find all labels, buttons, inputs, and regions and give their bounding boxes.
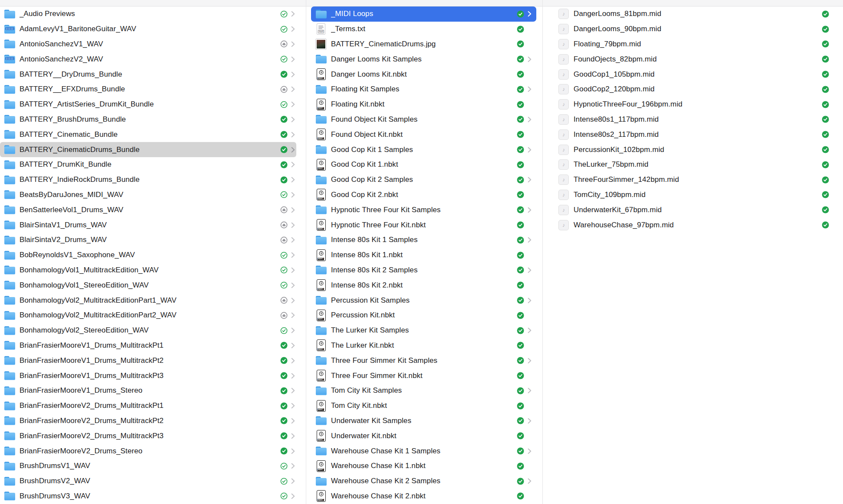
file-name: _MIDI Loops bbox=[331, 10, 513, 18]
file-row[interactable]: NBKTGood Cop Kit 1.nbkt bbox=[311, 157, 536, 172]
file-row[interactable]: TXT_Terms.txt bbox=[311, 22, 536, 37]
finder-column-preview[interactable]: ♪DangerLooms_81bpm.mid♪DangerLooms_90bpm… bbox=[542, 6, 843, 504]
downloaded-status-icon bbox=[517, 236, 524, 244]
folder-row[interactable]: BenSatterleeVol1_Drums_WAV bbox=[0, 202, 296, 217]
folder-icon bbox=[3, 37, 16, 51]
folder-row[interactable]: BobReynoldsV1_Saxophone_WAV bbox=[0, 248, 296, 263]
nbkt-file-icon: NBKT bbox=[315, 128, 327, 142]
finder-column-current[interactable]: _MIDI LoopsTXT_Terms.txtBATTERY_Cinemati… bbox=[306, 6, 542, 504]
folder-row[interactable]: BrianFrasierMooreV1_Drums_MultitrackPt1 bbox=[0, 338, 296, 353]
folder-row[interactable]: BlairSintaV2_Drums_WAV bbox=[0, 233, 296, 248]
folder-row[interactable]: Found Object Kit Samples bbox=[311, 112, 536, 127]
folder-icon bbox=[3, 113, 16, 126]
file-row[interactable]: ♪Intense80s1_117bpm.mid bbox=[542, 112, 843, 127]
file-row[interactable]: NBKTIntense 80s Kit 1.nbkt bbox=[311, 248, 536, 263]
file-row[interactable]: ♪TomCity_109bpm.mid bbox=[542, 187, 843, 203]
file-row[interactable]: ♪ThreeFourSimmer_142bpm.mid bbox=[542, 172, 843, 187]
folder-row[interactable]: The Lurker Kit Samples bbox=[311, 323, 536, 338]
file-row[interactable]: BATTERY_CinematicDrums.jpg bbox=[311, 37, 536, 52]
folder-row[interactable]: Three Four Simmer Kit Samples bbox=[311, 353, 536, 368]
folder-row[interactable]: BrianFrasierMooreV2_Drums_MultitrackPt2 bbox=[0, 414, 296, 429]
folder-row[interactable]: BATTERY__EFXDrums_Bundle bbox=[0, 82, 296, 97]
file-row[interactable]: ♪WarehouseChase_97bpm.mid bbox=[542, 217, 843, 233]
folder-row[interactable]: BATTERY_ArtistSeries_DrumKit_Bundle bbox=[0, 97, 296, 112]
file-row[interactable]: NBKTFloating Kit.nbkt bbox=[311, 97, 536, 112]
folder-row[interactable]: BrianFrasierMooreV1_Drums_MultitrackPt2 bbox=[0, 353, 296, 368]
chevron-right-icon bbox=[527, 56, 532, 63]
folder-row[interactable]: BrianFrasierMooreV2_Drums_Stereo bbox=[0, 443, 296, 459]
file-row[interactable]: ♪DangerLooms_90bpm.mid bbox=[542, 22, 843, 37]
file-row[interactable]: NBKTDanger Looms Kit.nbkt bbox=[311, 67, 536, 82]
folder-row[interactable]: BonhamologyVol2_MultitrackEditionPart2_W… bbox=[0, 308, 296, 323]
file-name: BonhamologyVol1_MultitrackEdition_WAV bbox=[19, 266, 277, 275]
folder-row[interactable]: Intense 80s Kit 2 Samples bbox=[311, 263, 536, 278]
finder-column-parent[interactable]: _Audio Previews AdamLevyV1_BaritoneGuita… bbox=[0, 6, 306, 504]
file-row[interactable]: NBKTHypnotic Three Four Kit.nbkt bbox=[311, 217, 536, 233]
file-row[interactable]: ♪DangerLooms_81bpm.mid bbox=[542, 6, 843, 22]
folder-row[interactable]: AntonioSanchezV2_WAV bbox=[0, 52, 296, 67]
file-name: Underwater Kit.nbkt bbox=[331, 432, 513, 440]
folder-row[interactable]: BrianFrasierMooreV1_Drums_Stereo bbox=[0, 383, 296, 398]
file-row[interactable]: NBKTPercussion Kit.nbkt bbox=[311, 308, 536, 323]
downloaded-status-icon bbox=[280, 387, 288, 394]
file-row[interactable]: ♪Intense80s2_117bpm.mid bbox=[542, 127, 843, 142]
file-row[interactable]: ♪HypnoticThreeFour_196bpm.mid bbox=[542, 97, 843, 112]
folder-row[interactable]: _MIDI Loops bbox=[311, 6, 536, 22]
file-row[interactable]: ♪GoodCop2_120bpm.mid bbox=[542, 82, 843, 97]
chevron-right-icon bbox=[527, 86, 532, 93]
folder-row[interactable]: Intense 80s Kit 1 Samples bbox=[311, 233, 536, 248]
folder-row[interactable]: BATTERY_BrushDrums_Bundle bbox=[0, 112, 296, 127]
folder-row[interactable]: Warehouse Chase Kit 1 Samples bbox=[311, 443, 536, 459]
folder-row[interactable]: BrianFrasierMooreV2_Drums_MultitrackPt1 bbox=[0, 398, 296, 414]
file-row[interactable]: ♪TheLurker_75bpm.mid bbox=[542, 157, 843, 172]
folder-row[interactable]: Danger Looms Kit Samples bbox=[311, 52, 536, 67]
folder-row[interactable]: Percussion Kit Samples bbox=[311, 293, 536, 308]
folder-row[interactable]: BlairSintaV1_Drums_WAV bbox=[0, 217, 296, 233]
folder-row[interactable]: BrianFrasierMooreV1_Drums_MultitrackPt3 bbox=[0, 368, 296, 383]
folder-row[interactable]: BonhamologyVol2_StereoEdition_WAV bbox=[0, 323, 296, 338]
folder-row[interactable]: Good Cop Kit 1 Samples bbox=[311, 142, 536, 157]
folder-row[interactable]: BATTERY_IndieRockDrums_Bundle bbox=[0, 172, 296, 187]
file-row[interactable]: NBKTUnderwater Kit.nbkt bbox=[311, 428, 536, 443]
folder-row[interactable]: Warehouse Chase Kit 2 Samples bbox=[311, 474, 536, 489]
folder-row[interactable]: BATTERY__DryDrums_Bundle bbox=[0, 67, 296, 82]
downloaded-status-icon bbox=[517, 266, 524, 274]
file-row[interactable]: NBKTGood Cop Kit 2.nbkt bbox=[311, 187, 536, 203]
online-only-status-icon bbox=[280, 297, 288, 304]
folder-row[interactable]: BrushDrumsV1_WAV bbox=[0, 459, 296, 474]
folder-row[interactable]: Hypnotic Three Four Kit Samples bbox=[311, 202, 536, 217]
file-row[interactable]: NBKTTom City Kit.nbkt bbox=[311, 398, 536, 414]
folder-row[interactable]: BonhamologyVol1_StereoEdition_WAV bbox=[0, 278, 296, 293]
folder-row[interactable]: Tom City Kit Samples bbox=[311, 383, 536, 398]
folder-row[interactable]: BonhamologyVol1_MultitrackEdition_WAV bbox=[0, 263, 296, 278]
folder-row[interactable]: BrushDrumsV2_WAV bbox=[0, 474, 296, 489]
chevron-right-icon bbox=[290, 462, 295, 469]
file-row[interactable]: NBKTWarehouse Chase Kit 1.nbkt bbox=[311, 459, 536, 474]
file-row[interactable]: ♪FoundOjects_82bpm.mid bbox=[542, 52, 843, 67]
folder-row[interactable]: Underwater Kit Samples bbox=[311, 414, 536, 429]
folder-row[interactable]: AdamLevyV1_BaritoneGuitar_WAV bbox=[0, 22, 296, 37]
file-row[interactable]: ♪UnderwaterKit_67bpm.mid bbox=[542, 202, 843, 217]
file-row[interactable]: ♪PercussionKit_102bpm.mid bbox=[542, 142, 843, 157]
folder-row[interactable]: BrushDrumsV3_WAV bbox=[0, 489, 296, 504]
folder-row[interactable]: BATTERY_Cinematic_Bundle bbox=[0, 127, 296, 142]
file-row[interactable]: ♪Floating_79bpm.mid bbox=[542, 37, 843, 52]
file-row[interactable]: NBKTFound Object Kit.nbkt bbox=[311, 127, 536, 142]
folder-icon bbox=[3, 308, 16, 322]
file-row[interactable]: NBKTThe Lurker Kit.nbkt bbox=[311, 338, 536, 353]
file-row[interactable]: NBKTIntense 80s Kit 2.nbkt bbox=[311, 278, 536, 293]
file-row[interactable]: NBKTThree Four Simmer Kit.nbkt bbox=[311, 368, 536, 383]
folder-row[interactable]: BATTERY_CinematicDrums_Bundle bbox=[0, 142, 296, 157]
folder-row[interactable]: AntonioSanchezV1_WAV bbox=[0, 37, 296, 52]
folder-row[interactable]: BonhamologyVol2_MultitrackEditionPart1_W… bbox=[0, 293, 296, 308]
folder-row[interactable]: BeatsByDaruJones_MIDI_WAV bbox=[0, 187, 296, 203]
folder-row[interactable]: BrianFrasierMooreV2_Drums_MultitrackPt3 bbox=[0, 428, 296, 443]
downloaded-status-icon bbox=[517, 221, 524, 229]
folder-row[interactable]: _Audio Previews bbox=[0, 6, 296, 22]
file-row[interactable]: NBKTWarehouse Chase Kit 2.nbkt bbox=[311, 489, 536, 504]
folder-row[interactable]: Good Cop Kit 2 Samples bbox=[311, 172, 536, 187]
folder-icon bbox=[315, 474, 327, 488]
folder-row[interactable]: BATTERY_DrumKit_Bundle bbox=[0, 157, 296, 172]
folder-row[interactable]: Floating Kit Samples bbox=[311, 82, 536, 97]
file-row[interactable]: ♪GoodCop1_105bpm.mid bbox=[542, 67, 843, 82]
